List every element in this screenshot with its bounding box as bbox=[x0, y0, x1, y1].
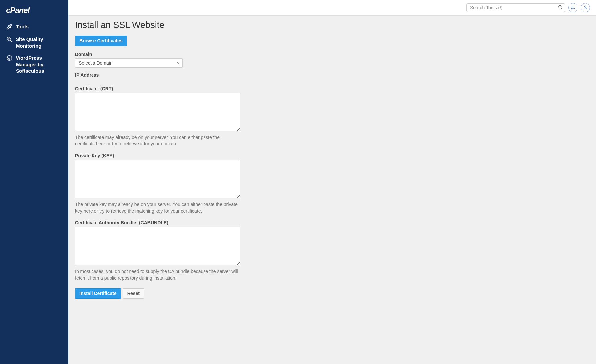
notifications-button[interactable] bbox=[568, 3, 577, 12]
sidebar: cPanel Tools Site Quality Monitoring bbox=[0, 0, 68, 364]
topbar bbox=[68, 0, 596, 16]
cabundle-textarea[interactable] bbox=[75, 227, 240, 265]
search-input[interactable] bbox=[466, 3, 565, 12]
magnify-icon bbox=[6, 36, 13, 43]
sidebar-item-label: WordPress Manager by Softaculous bbox=[16, 55, 62, 74]
tools-icon bbox=[6, 23, 13, 30]
sidebar-item-wordpress-manager[interactable]: WordPress Manager by Softaculous bbox=[0, 52, 68, 77]
domain-select[interactable]: Select a Domain bbox=[75, 58, 183, 68]
sidebar-item-label: Site Quality Monitoring bbox=[16, 36, 62, 49]
certificate-textarea[interactable] bbox=[75, 93, 240, 131]
certificate-help: The certificate may already be on your s… bbox=[75, 134, 240, 147]
cabundle-label: Certificate Authority Bundle: (CABUNDLE) bbox=[75, 220, 589, 225]
browse-certificates-button[interactable]: Browse Certificates bbox=[75, 36, 127, 46]
reset-button[interactable]: Reset bbox=[123, 288, 144, 299]
domain-label: Domain bbox=[75, 52, 589, 57]
svg-text:cPanel: cPanel bbox=[6, 7, 30, 15]
svg-point-4 bbox=[585, 6, 586, 7]
sidebar-item-label: Tools bbox=[16, 23, 29, 30]
cabundle-help: In most cases, you do not need to supply… bbox=[75, 268, 240, 281]
wordpress-icon bbox=[6, 55, 13, 61]
private-key-textarea[interactable] bbox=[75, 160, 240, 198]
certificate-label: Certificate: (CRT) bbox=[75, 86, 589, 91]
private-key-help: The private key may already be on your s… bbox=[75, 201, 240, 214]
search-icon bbox=[558, 6, 563, 11]
search-wrap bbox=[466, 3, 565, 12]
ip-address-value bbox=[75, 79, 589, 80]
sidebar-item-site-quality[interactable]: Site Quality Monitoring bbox=[0, 33, 68, 52]
user-icon bbox=[583, 5, 588, 11]
content: Install an SSL Website Browse Certificat… bbox=[68, 16, 596, 303]
user-menu-button[interactable] bbox=[581, 3, 590, 12]
install-certificate-button[interactable]: Install Certificate bbox=[75, 288, 121, 299]
ip-address-label: IP Address bbox=[75, 72, 589, 78]
private-key-label: Private Key (KEY) bbox=[75, 153, 589, 158]
main: Install an SSL Website Browse Certificat… bbox=[68, 0, 596, 364]
form-actions: Install Certificate Reset bbox=[75, 288, 589, 299]
page-title: Install an SSL Website bbox=[75, 20, 589, 30]
sidebar-item-tools[interactable]: Tools bbox=[0, 20, 68, 33]
bell-icon bbox=[571, 5, 575, 11]
cpanel-logo[interactable]: cPanel bbox=[0, 5, 68, 20]
search-button[interactable] bbox=[557, 4, 563, 11]
